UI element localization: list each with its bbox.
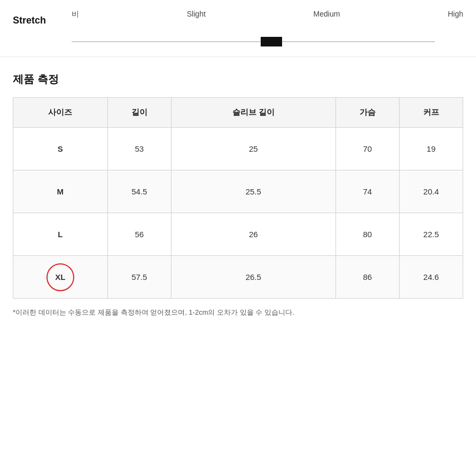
length-xl: 57.5 bbox=[107, 256, 171, 299]
chest-xl: 86 bbox=[335, 256, 399, 299]
cuff-l: 22.5 bbox=[399, 213, 463, 256]
sleeve-m: 25.5 bbox=[171, 170, 335, 213]
col-header-size: 사이즈 bbox=[13, 98, 108, 128]
col-header-sleeve: 슬리브 길이 bbox=[171, 98, 335, 128]
table-row: L 56 26 80 22.5 bbox=[13, 213, 463, 256]
length-l: 56 bbox=[107, 213, 171, 256]
size-s: S bbox=[13, 128, 108, 170]
measurements-section: 제품 측정 사이즈 길이 슬리브 길이 가슴 커프 S 53 25 70 19 … bbox=[0, 57, 476, 329]
table-header-row: 사이즈 길이 슬리브 길이 가슴 커프 bbox=[13, 98, 463, 128]
scale-label-1: Slight bbox=[187, 10, 206, 19]
track-line bbox=[72, 41, 435, 42]
stretch-slider-row bbox=[13, 40, 463, 44]
disclaimer-text: *이러한 데이터는 수동으로 제품을 측정하여 얻어졌으며, 1-2cm의 오차… bbox=[13, 307, 463, 318]
scale-label-2: Medium bbox=[314, 10, 340, 19]
scale-label-0: 비 bbox=[72, 10, 79, 19]
col-header-length: 길이 bbox=[107, 98, 171, 128]
sleeve-l: 26 bbox=[171, 213, 335, 256]
chest-m: 74 bbox=[335, 170, 399, 213]
col-header-chest: 가슴 bbox=[335, 98, 399, 128]
size-l: L bbox=[13, 213, 108, 256]
section-title: 제품 측정 bbox=[13, 72, 463, 87]
measurements-table: 사이즈 길이 슬리브 길이 가슴 커프 S 53 25 70 19 M 54.5… bbox=[13, 97, 463, 299]
length-m: 54.5 bbox=[107, 170, 171, 213]
sleeve-s: 25 bbox=[171, 128, 335, 170]
cuff-xl: 24.6 bbox=[399, 256, 463, 299]
table-row: XL 57.5 26.5 86 24.6 bbox=[13, 256, 463, 299]
stretch-track bbox=[72, 40, 435, 44]
chest-s: 70 bbox=[335, 128, 399, 170]
sleeve-xl: 26.5 bbox=[171, 256, 335, 299]
stretch-label: Stretch bbox=[13, 15, 61, 26]
size-xl: XL bbox=[13, 256, 108, 299]
table-row: S 53 25 70 19 bbox=[13, 128, 463, 170]
cuff-m: 20.4 bbox=[399, 170, 463, 213]
chest-l: 80 bbox=[335, 213, 399, 256]
stretch-header-row: Stretch 비 Slight Medium High bbox=[13, 10, 463, 31]
table-row: M 54.5 25.5 74 20.4 bbox=[13, 170, 463, 213]
stretch-thumb bbox=[261, 37, 282, 46]
scale-label-3: High bbox=[448, 10, 463, 19]
stretch-section: Stretch 비 Slight Medium High bbox=[0, 0, 476, 57]
cuff-s: 19 bbox=[399, 128, 463, 170]
size-m: M bbox=[13, 170, 108, 213]
length-s: 53 bbox=[107, 128, 171, 170]
col-header-cuff: 커프 bbox=[399, 98, 463, 128]
